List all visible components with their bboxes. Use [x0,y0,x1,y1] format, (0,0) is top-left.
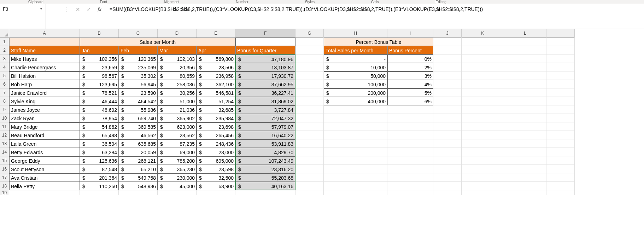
cell-blank[interactable] [546,148,575,156]
cell-bonus[interactable]: $72,047.32 [235,114,295,122]
cell-staff-name[interactable]: Betty Edwards [9,148,80,156]
cell-G4[interactable] [295,63,324,71]
row-header-1[interactable]: 1 [0,38,9,46]
col-header-A[interactable]: A [9,29,80,38]
cell-staff-name[interactable]: Mike Hayes [9,54,80,63]
cell-H11[interactable] [324,122,387,131]
cell-feb[interactable]: $464,542 [119,97,158,105]
cell-jan[interactable]: $98,567 [80,71,119,80]
cell-bonus[interactable]: $31,869.02 [235,97,295,105]
cell-H16[interactable] [324,165,387,173]
cell-staff-name[interactable]: Ava Cristian [9,173,80,182]
cell-blank[interactable] [504,38,546,46]
cell-blank[interactable] [462,46,504,54]
cell-feb[interactable]: $369,585 [119,122,158,131]
cell-feb[interactable]: $55,986 [119,105,158,114]
cell-row19[interactable] [546,190,575,195]
cell-I10[interactable] [387,114,433,122]
cell-G8[interactable] [295,97,324,105]
cell-bonus-threshold[interactable]: $400,000 [324,97,387,105]
cell-bonus-pct[interactable]: 4% [387,80,433,88]
cell-row19[interactable] [387,190,433,195]
cell-bonus[interactable]: $16,640.22 [235,131,295,139]
cell-blank[interactable] [504,165,546,173]
col-header-D[interactable]: D [158,29,197,38]
cell-staff-name[interactable]: Bill Halston [9,71,80,80]
enter-icon[interactable]: ✓ [87,6,91,13]
cell-staff-name[interactable]: Janice Crawford [9,88,80,97]
cell-row19[interactable] [324,190,387,195]
cell-mar[interactable]: $102,103 [158,54,197,63]
row-header-4[interactable]: 4 [0,63,9,71]
cell-jan[interactable]: $201,364 [80,173,119,182]
cell-F1[interactable] [235,38,295,46]
cell-row19[interactable] [158,190,197,195]
row-header-15[interactable]: 15 [0,156,9,165]
cell-bonus-threshold[interactable]: $100,000 [324,80,387,88]
cell-jan[interactable]: $46,444 [80,97,119,105]
cell-G11[interactable] [295,122,324,131]
cell-blank[interactable] [546,88,575,97]
cell-blank[interactable] [433,156,462,165]
cell-staff-name[interactable]: Mary Bridge [9,122,80,131]
cell-jan[interactable]: $125,636 [80,156,119,165]
cell-G9[interactable] [295,105,324,114]
cell-blank[interactable] [504,182,546,190]
col-header-G[interactable]: G [295,29,324,38]
cell-row19[interactable] [295,190,324,195]
cell-G10[interactable] [295,114,324,122]
cell-mar[interactable]: $87,235 [158,139,197,148]
header-bonus-for-quarter[interactable]: Bonus for Quarter [235,46,295,54]
cell-feb[interactable]: $65,210 [119,165,158,173]
cell-jan[interactable]: $102,356 [80,54,119,63]
cell-blank[interactable] [546,63,575,71]
cell-blank[interactable] [433,148,462,156]
cell-blank[interactable] [433,165,462,173]
cell-I14[interactable] [387,148,433,156]
row-headers[interactable]: 12345678910111213141516171819 [0,38,9,199]
cell-mar[interactable]: $69,000 [158,148,197,156]
cell-jan[interactable]: $78,954 [80,114,119,122]
cell-I17[interactable] [387,173,433,182]
cell-I18[interactable] [387,182,433,190]
cell-blank[interactable] [504,46,546,54]
cell-apr[interactable]: $235,984 [197,114,235,122]
row-header-6[interactable]: 6 [0,80,9,88]
cell-bonus-pct[interactable]: 6% [387,97,433,105]
cell-blank[interactable] [462,165,504,173]
row-header-12[interactable]: 12 [0,131,9,139]
cell-apr[interactable]: $23,598 [197,165,235,173]
cell-blank[interactable] [462,139,504,148]
cell-row19[interactable] [119,190,158,195]
cell-blank[interactable] [546,156,575,165]
cell-jan[interactable]: $63,284 [80,148,119,156]
cell-bonus-threshold[interactable]: $- [324,54,387,63]
cell-mar[interactable]: $258,036 [158,80,197,88]
cell-blank[interactable] [546,182,575,190]
cell-blank[interactable] [504,148,546,156]
cell-H17[interactable] [324,173,387,182]
row-header-9[interactable]: 9 [0,105,9,114]
cell-blank[interactable] [462,122,504,131]
cell-blank[interactable] [462,71,504,80]
col-header-extra[interactable] [546,29,575,38]
row-header-18[interactable]: 18 [0,182,9,190]
cell-mar[interactable]: $23,562 [158,131,197,139]
cell-mar[interactable]: $51,000 [158,97,197,105]
cell-mar[interactable]: $30,256 [158,88,197,97]
cell-blank[interactable] [504,54,546,63]
cell-G15[interactable] [295,156,324,165]
cell-staff-name[interactable]: Scout Bettyson [9,165,80,173]
cell-G17[interactable] [295,173,324,182]
cell-blank[interactable] [504,114,546,122]
cell-staff-name[interactable]: Bella Petty [9,182,80,190]
cell-blank[interactable] [546,114,575,122]
cell-jan[interactable]: $36,594 [80,139,119,148]
row-header-17[interactable]: 17 [0,173,9,182]
cell-feb[interactable]: $235,069 [119,63,158,71]
cell-row19[interactable] [504,190,546,195]
cell-blank[interactable] [433,105,462,114]
cell-bonus[interactable]: $17,930.72 [235,71,295,80]
cell-feb[interactable]: $635,685 [119,139,158,148]
cell-mar[interactable]: $365,230 [158,165,197,173]
